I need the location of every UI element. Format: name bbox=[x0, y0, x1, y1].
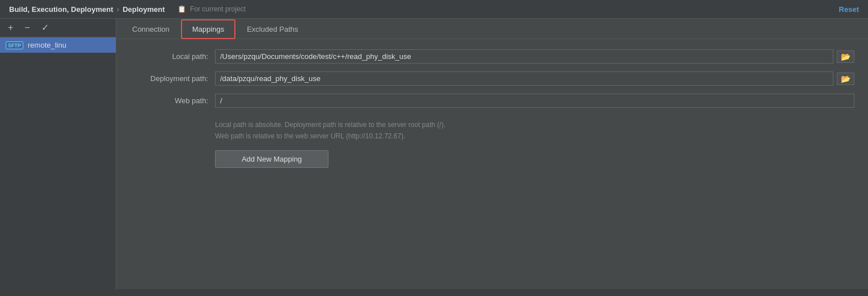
hint-line1: Local path is absolute. Deployment path … bbox=[215, 119, 854, 130]
sidebar-item-remote[interactable]: SFTP remote_linu bbox=[0, 37, 116, 53]
local-path-input[interactable] bbox=[215, 49, 833, 64]
breadcrumb: Build, Execution, Deployment › Deploymen… bbox=[9, 5, 246, 14]
confirm-button[interactable]: ✓ bbox=[39, 22, 51, 33]
add-server-button[interactable]: + bbox=[6, 22, 15, 33]
web-path-input[interactable] bbox=[215, 94, 854, 108]
tabs-bar: Connection Mappings Excluded Paths bbox=[116, 19, 868, 39]
local-path-browse-button[interactable]: 📂 bbox=[837, 50, 854, 63]
breadcrumb-part1: Build, Execution, Deployment bbox=[9, 5, 113, 14]
add-new-mapping-button[interactable]: Add New Mapping bbox=[215, 150, 328, 168]
reset-button[interactable]: Reset bbox=[839, 5, 859, 14]
tab-connection[interactable]: Connection bbox=[121, 19, 181, 39]
sidebar-toolbar: + − ✓ bbox=[0, 19, 116, 37]
web-path-label: Web path: bbox=[130, 96, 215, 105]
sidebar: + − ✓ SFTP remote_linu bbox=[0, 19, 116, 289]
content-area: Connection Mappings Excluded Paths Local… bbox=[116, 19, 868, 289]
hint-text: Local path is absolute. Deployment path … bbox=[215, 119, 854, 142]
hint-line2: Web path is relative to the web server U… bbox=[215, 130, 854, 142]
tab-mappings[interactable]: Mappings bbox=[181, 19, 235, 39]
breadcrumb-for-project: 📋 For current project bbox=[178, 5, 246, 13]
tab-excluded-paths[interactable]: Excluded Paths bbox=[235, 19, 309, 39]
breadcrumb-part2: Deployment bbox=[123, 5, 165, 14]
deployment-path-browse-button[interactable]: 📂 bbox=[837, 73, 854, 85]
form-area: Local path: 📂 Deployment path: 📂 Web pat… bbox=[116, 39, 868, 289]
local-path-input-wrap: 📂 bbox=[215, 49, 854, 64]
deployment-path-row: Deployment path: 📂 bbox=[130, 71, 854, 86]
deployment-path-input-wrap: 📂 bbox=[215, 71, 854, 86]
web-path-input-wrap bbox=[215, 94, 854, 108]
sftp-badge: SFTP bbox=[6, 41, 23, 49]
deployment-path-input[interactable] bbox=[215, 71, 833, 86]
top-bar: Build, Execution, Deployment › Deploymen… bbox=[0, 0, 868, 19]
deployment-path-label: Deployment path: bbox=[130, 74, 215, 83]
remove-server-button[interactable]: − bbox=[22, 22, 32, 33]
breadcrumb-separator: › bbox=[116, 5, 119, 14]
local-path-row: Local path: 📂 bbox=[130, 49, 854, 64]
main-layout: + − ✓ SFTP remote_linu Connection Mappin… bbox=[0, 19, 868, 289]
sidebar-item-label: remote_linu bbox=[28, 41, 66, 49]
web-path-row: Web path: bbox=[130, 94, 854, 108]
local-path-label: Local path: bbox=[130, 52, 215, 61]
